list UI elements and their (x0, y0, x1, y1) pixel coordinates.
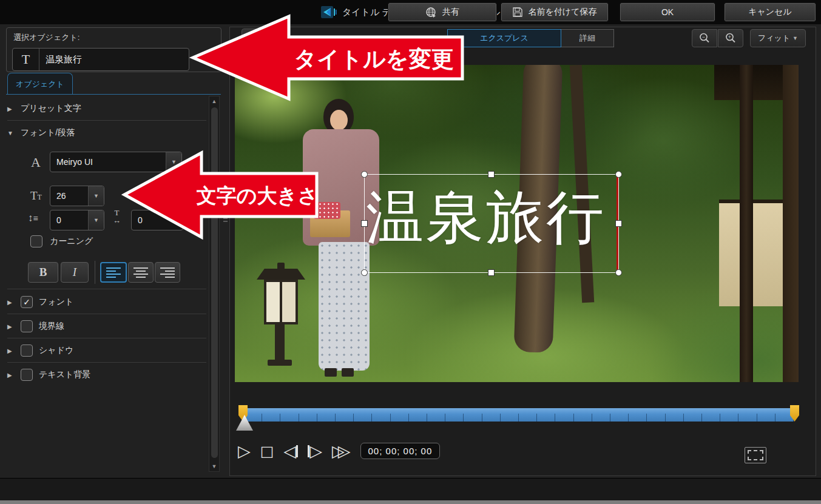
lantern-roof (257, 269, 305, 280)
font-size-select[interactable]: 26 ▼ (50, 186, 104, 206)
globe-icon (425, 7, 436, 18)
kerning-row: カーニング (30, 235, 93, 247)
play-button[interactable]: ▷ (238, 442, 251, 460)
zoom-in-button[interactable]: + (718, 29, 743, 47)
duration-track[interactable] (243, 408, 794, 422)
scrollbar-thumb[interactable] (211, 107, 218, 458)
object-name-field-wrap: T (12, 48, 189, 71)
chevron-right-icon: ▶ (7, 372, 15, 378)
align-left-button[interactable] (100, 262, 127, 283)
font-size-dropdown-icon[interactable]: ▼ (88, 186, 104, 206)
align-left-icon (106, 267, 121, 278)
resize-handle-s[interactable] (488, 269, 495, 276)
tab-underline (6, 94, 221, 95)
section-preset-header[interactable]: ▶ プリセット文字 (7, 103, 206, 114)
section-text-background-label: テキスト背景 (39, 369, 90, 380)
cancel-button[interactable]: キャンセル (725, 3, 816, 21)
wood-pillar (783, 65, 799, 382)
next-frame-button[interactable]: ▷ (308, 442, 322, 460)
tab-advanced[interactable]: 詳細 (561, 29, 614, 47)
divider (7, 120, 206, 121)
woman-face (330, 110, 348, 130)
lantern-base (268, 360, 292, 366)
panel-splitter[interactable] (223, 209, 228, 222)
sandal (325, 368, 337, 377)
chevron-right-icon: ▶ (7, 299, 15, 306)
section-text-background-header[interactable]: ▶ テキスト背景 (7, 369, 206, 381)
ok-button[interactable]: OK (620, 3, 715, 21)
transport-controls: ▷ □ ◁ ▷ ▷▷ 00; 00; 00; 00 (238, 442, 440, 460)
section-shadow-label: シャドウ (39, 345, 73, 356)
scroll-down-icon[interactable]: ▼ (212, 462, 217, 471)
section-border-header[interactable]: ▶ 境界線 (7, 320, 206, 332)
svg-text:−: − (702, 34, 705, 40)
app-logo-icon (321, 6, 337, 18)
tv-safe-zone-button[interactable] (745, 447, 766, 463)
selected-object-label: 選択オブジェクト: (13, 32, 79, 43)
title-designer-window: タイトル デザイナー | マイ タイトル ? □ ✕ 選択オブジェクト: T オ… (0, 0, 821, 504)
resize-handle-ne[interactable] (615, 171, 622, 178)
section-font-header[interactable]: ▶ ✓ フォント (7, 296, 206, 308)
zoom-out-icon: − (698, 32, 711, 44)
resize-handle-se[interactable] (615, 269, 622, 276)
resize-handle-sw[interactable] (361, 269, 368, 276)
font-family-select[interactable]: Meiryo UI ▼ (50, 152, 182, 172)
section-border-label: 境界線 (39, 321, 64, 332)
resize-handle-e[interactable] (615, 220, 622, 227)
divider (7, 289, 206, 289)
share-button[interactable]: 共有 (388, 3, 496, 21)
wood-pillar (740, 65, 753, 382)
previous-frame-button[interactable]: ◁ (283, 442, 298, 460)
tv-safe-zone-icon (748, 450, 763, 460)
line-spacing-icon: ↕≡ (28, 212, 38, 224)
insert-text-button[interactable]: T (242, 29, 266, 50)
selection-box[interactable] (364, 174, 619, 273)
line-spacing-select[interactable]: 0 ▼ (50, 210, 104, 230)
fast-forward-button[interactable]: ▷▷ (332, 442, 351, 460)
align-center-icon (133, 267, 148, 278)
align-center-button[interactable] (128, 262, 154, 283)
char-spacing-icon: T ↔ (113, 209, 121, 224)
align-right-icon (160, 267, 175, 278)
char-spacing-input[interactable]: 0 (131, 210, 183, 230)
resize-handle-w[interactable] (361, 220, 368, 227)
svg-text:+: + (728, 34, 731, 40)
resize-handle-nw[interactable] (361, 171, 368, 178)
scroll-up-icon[interactable]: ▲ (212, 96, 217, 106)
left-panel-scrollbar[interactable]: ▲ ▼ (209, 96, 220, 472)
kerning-label: カーニング (50, 236, 93, 247)
resize-handle-n[interactable] (488, 171, 495, 178)
border-checkbox[interactable] (21, 320, 33, 332)
stop-button[interactable]: □ (260, 443, 274, 460)
window-edge (0, 500, 821, 504)
section-font-paragraph-label: フォント/段落 (21, 127, 75, 138)
font-family-icon: A (29, 155, 42, 170)
divider (7, 338, 206, 338)
tab-object[interactable]: オブジェクト (7, 73, 73, 95)
tab-express[interactable]: エクスプレス (447, 29, 561, 47)
footer-bar (0, 478, 821, 500)
font-family-dropdown-icon[interactable]: ▼ (166, 152, 181, 172)
text-background-checkbox[interactable] (21, 369, 33, 381)
chevron-right-icon: ▶ (7, 106, 15, 112)
bold-button[interactable]: B (28, 262, 58, 283)
section-shadow-header[interactable]: ▶ シャドウ (7, 344, 206, 357)
save-as-button[interactable]: 名前を付けて保存 (501, 3, 608, 21)
shadow-checkbox[interactable] (21, 344, 33, 357)
preview-viewport[interactable]: 温泉旅行 (235, 65, 799, 382)
frame-bar-icon (296, 445, 298, 457)
section-font-paragraph-header[interactable]: ▼ フォント/段落 (7, 127, 206, 138)
divider (7, 314, 206, 314)
zoom-out-button[interactable]: − (692, 29, 717, 47)
divider (7, 362, 206, 363)
lantern-post (275, 324, 285, 362)
fit-dropdown[interactable]: フィット ▼ (750, 29, 806, 47)
object-name-input[interactable] (39, 49, 189, 70)
fit-dropdown-icon: ▼ (792, 35, 798, 41)
timecode-display: 00; 00; 00; 00 (360, 443, 441, 459)
font-checkbox[interactable]: ✓ (21, 296, 33, 308)
align-right-button[interactable] (155, 262, 180, 283)
italic-button[interactable]: I (61, 262, 89, 283)
line-spacing-dropdown-icon[interactable]: ▼ (88, 210, 104, 230)
kerning-checkbox[interactable] (30, 235, 42, 247)
